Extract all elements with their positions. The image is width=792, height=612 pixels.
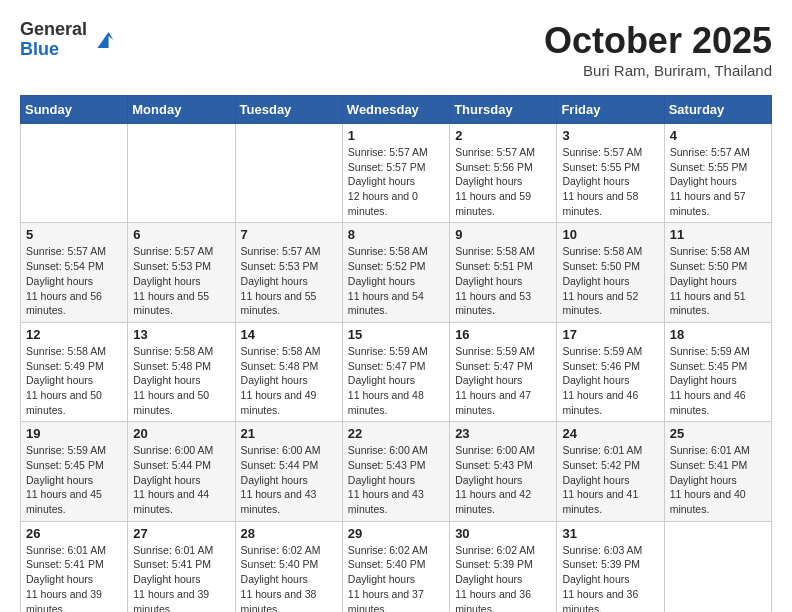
- page-header: General Blue October 2025 Buri Ram, Buri…: [20, 20, 772, 79]
- day-info: Sunrise: 6:00 AMSunset: 5:44 PMDaylight …: [241, 443, 337, 516]
- day-number: 20: [133, 426, 229, 441]
- day-number: 11: [670, 227, 766, 242]
- day-number: 19: [26, 426, 122, 441]
- calendar-week-row: 26Sunrise: 6:01 AMSunset: 5:41 PMDayligh…: [21, 521, 772, 612]
- weekday-header-monday: Monday: [128, 96, 235, 124]
- weekday-header-tuesday: Tuesday: [235, 96, 342, 124]
- calendar-cell: 6Sunrise: 5:57 AMSunset: 5:53 PMDaylight…: [128, 223, 235, 322]
- day-info: Sunrise: 6:02 AMSunset: 5:40 PMDaylight …: [348, 543, 444, 612]
- day-number: 5: [26, 227, 122, 242]
- day-info: Sunrise: 5:58 AMSunset: 5:50 PMDaylight …: [562, 244, 658, 317]
- day-number: 1: [348, 128, 444, 143]
- day-number: 3: [562, 128, 658, 143]
- day-number: 7: [241, 227, 337, 242]
- weekday-header-wednesday: Wednesday: [342, 96, 449, 124]
- day-info: Sunrise: 5:58 AMSunset: 5:49 PMDaylight …: [26, 344, 122, 417]
- calendar-cell: 5Sunrise: 5:57 AMSunset: 5:54 PMDaylight…: [21, 223, 128, 322]
- day-info: Sunrise: 6:00 AMSunset: 5:44 PMDaylight …: [133, 443, 229, 516]
- logo-blue: Blue: [20, 40, 87, 60]
- location: Buri Ram, Buriram, Thailand: [544, 62, 772, 79]
- calendar-cell: 8Sunrise: 5:58 AMSunset: 5:52 PMDaylight…: [342, 223, 449, 322]
- day-info: Sunrise: 5:58 AMSunset: 5:52 PMDaylight …: [348, 244, 444, 317]
- day-number: 30: [455, 526, 551, 541]
- calendar-cell: 9Sunrise: 5:58 AMSunset: 5:51 PMDaylight…: [450, 223, 557, 322]
- weekday-header-sunday: Sunday: [21, 96, 128, 124]
- calendar-cell: 10Sunrise: 5:58 AMSunset: 5:50 PMDayligh…: [557, 223, 664, 322]
- day-number: 8: [348, 227, 444, 242]
- logo: General Blue: [20, 20, 115, 60]
- day-info: Sunrise: 5:58 AMSunset: 5:51 PMDaylight …: [455, 244, 551, 317]
- day-info: Sunrise: 5:58 AMSunset: 5:48 PMDaylight …: [133, 344, 229, 417]
- calendar-week-row: 5Sunrise: 5:57 AMSunset: 5:54 PMDaylight…: [21, 223, 772, 322]
- day-info: Sunrise: 5:59 AMSunset: 5:47 PMDaylight …: [455, 344, 551, 417]
- day-number: 27: [133, 526, 229, 541]
- calendar-cell: 2Sunrise: 5:57 AMSunset: 5:56 PMDaylight…: [450, 124, 557, 223]
- day-number: 13: [133, 327, 229, 342]
- calendar-cell: 22Sunrise: 6:00 AMSunset: 5:43 PMDayligh…: [342, 422, 449, 521]
- day-info: Sunrise: 5:57 AMSunset: 5:53 PMDaylight …: [241, 244, 337, 317]
- calendar-cell: [664, 521, 771, 612]
- day-number: 24: [562, 426, 658, 441]
- day-info: Sunrise: 5:59 AMSunset: 5:47 PMDaylight …: [348, 344, 444, 417]
- calendar-cell: 28Sunrise: 6:02 AMSunset: 5:40 PMDayligh…: [235, 521, 342, 612]
- day-number: 15: [348, 327, 444, 342]
- day-info: Sunrise: 5:59 AMSunset: 5:46 PMDaylight …: [562, 344, 658, 417]
- day-number: 29: [348, 526, 444, 541]
- day-info: Sunrise: 6:03 AMSunset: 5:39 PMDaylight …: [562, 543, 658, 612]
- logo-icon: [91, 28, 115, 52]
- day-number: 22: [348, 426, 444, 441]
- day-info: Sunrise: 5:57 AMSunset: 5:56 PMDaylight …: [455, 145, 551, 218]
- day-number: 28: [241, 526, 337, 541]
- day-info: Sunrise: 6:01 AMSunset: 5:41 PMDaylight …: [26, 543, 122, 612]
- day-number: 26: [26, 526, 122, 541]
- calendar-cell: 30Sunrise: 6:02 AMSunset: 5:39 PMDayligh…: [450, 521, 557, 612]
- day-number: 12: [26, 327, 122, 342]
- calendar-cell: 20Sunrise: 6:00 AMSunset: 5:44 PMDayligh…: [128, 422, 235, 521]
- calendar-cell: 21Sunrise: 6:00 AMSunset: 5:44 PMDayligh…: [235, 422, 342, 521]
- day-number: 16: [455, 327, 551, 342]
- weekday-header-friday: Friday: [557, 96, 664, 124]
- calendar-cell: 29Sunrise: 6:02 AMSunset: 5:40 PMDayligh…: [342, 521, 449, 612]
- calendar-cell: 27Sunrise: 6:01 AMSunset: 5:41 PMDayligh…: [128, 521, 235, 612]
- day-number: 18: [670, 327, 766, 342]
- day-info: Sunrise: 5:58 AMSunset: 5:50 PMDaylight …: [670, 244, 766, 317]
- weekday-header-row: SundayMondayTuesdayWednesdayThursdayFrid…: [21, 96, 772, 124]
- calendar-cell: [128, 124, 235, 223]
- calendar-cell: 17Sunrise: 5:59 AMSunset: 5:46 PMDayligh…: [557, 322, 664, 421]
- day-info: Sunrise: 5:57 AMSunset: 5:53 PMDaylight …: [133, 244, 229, 317]
- day-info: Sunrise: 6:01 AMSunset: 5:41 PMDaylight …: [133, 543, 229, 612]
- calendar-cell: 16Sunrise: 5:59 AMSunset: 5:47 PMDayligh…: [450, 322, 557, 421]
- day-number: 23: [455, 426, 551, 441]
- day-info: Sunrise: 5:57 AMSunset: 5:54 PMDaylight …: [26, 244, 122, 317]
- calendar-cell: 11Sunrise: 5:58 AMSunset: 5:50 PMDayligh…: [664, 223, 771, 322]
- calendar-cell: 13Sunrise: 5:58 AMSunset: 5:48 PMDayligh…: [128, 322, 235, 421]
- calendar-cell: 15Sunrise: 5:59 AMSunset: 5:47 PMDayligh…: [342, 322, 449, 421]
- day-number: 14: [241, 327, 337, 342]
- month-title: October 2025: [544, 20, 772, 62]
- calendar-cell: [235, 124, 342, 223]
- calendar-cell: 1Sunrise: 5:57 AMSunset: 5:57 PMDaylight…: [342, 124, 449, 223]
- day-info: Sunrise: 6:01 AMSunset: 5:42 PMDaylight …: [562, 443, 658, 516]
- day-info: Sunrise: 6:02 AMSunset: 5:40 PMDaylight …: [241, 543, 337, 612]
- day-number: 21: [241, 426, 337, 441]
- calendar-week-row: 19Sunrise: 5:59 AMSunset: 5:45 PMDayligh…: [21, 422, 772, 521]
- day-info: Sunrise: 6:01 AMSunset: 5:41 PMDaylight …: [670, 443, 766, 516]
- svg-marker-0: [97, 32, 113, 48]
- calendar-cell: 23Sunrise: 6:00 AMSunset: 5:43 PMDayligh…: [450, 422, 557, 521]
- title-block: October 2025 Buri Ram, Buriram, Thailand: [544, 20, 772, 79]
- calendar-table: SundayMondayTuesdayWednesdayThursdayFrid…: [20, 95, 772, 612]
- weekday-header-saturday: Saturday: [664, 96, 771, 124]
- calendar-cell: 18Sunrise: 5:59 AMSunset: 5:45 PMDayligh…: [664, 322, 771, 421]
- calendar-cell: 7Sunrise: 5:57 AMSunset: 5:53 PMDaylight…: [235, 223, 342, 322]
- weekday-header-thursday: Thursday: [450, 96, 557, 124]
- day-number: 9: [455, 227, 551, 242]
- day-number: 10: [562, 227, 658, 242]
- calendar-cell: 25Sunrise: 6:01 AMSunset: 5:41 PMDayligh…: [664, 422, 771, 521]
- day-info: Sunrise: 5:57 AMSunset: 5:57 PMDaylight …: [348, 145, 444, 218]
- day-info: Sunrise: 5:59 AMSunset: 5:45 PMDaylight …: [670, 344, 766, 417]
- day-info: Sunrise: 5:58 AMSunset: 5:48 PMDaylight …: [241, 344, 337, 417]
- day-number: 2: [455, 128, 551, 143]
- logo-general: General: [20, 20, 87, 40]
- calendar-week-row: 12Sunrise: 5:58 AMSunset: 5:49 PMDayligh…: [21, 322, 772, 421]
- day-info: Sunrise: 6:02 AMSunset: 5:39 PMDaylight …: [455, 543, 551, 612]
